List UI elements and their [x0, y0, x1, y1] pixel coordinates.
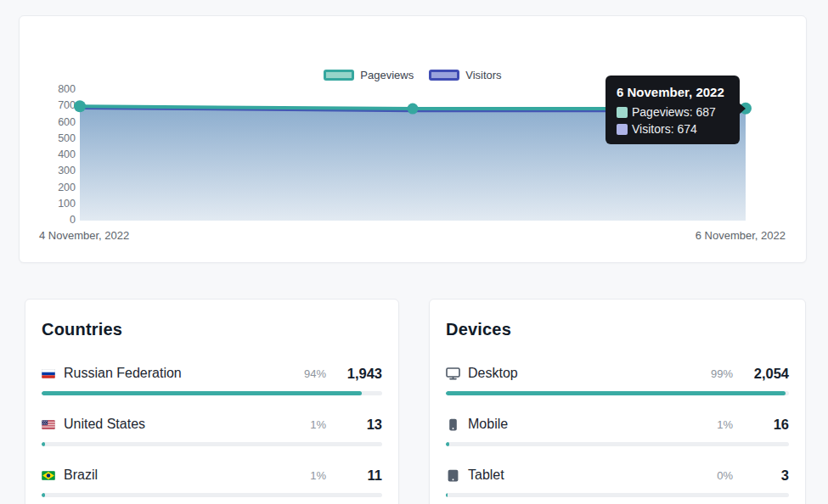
- device-percent: 99%: [711, 367, 733, 380]
- tooltip-date: 6 November, 2022: [617, 85, 729, 99]
- device-value: 16: [741, 417, 789, 433]
- y-axis-tick: 200: [20, 180, 76, 196]
- tooltip-caret: [739, 103, 746, 115]
- traffic-chart-card: Pageviews Visitors 800 700 600 500 400 3…: [19, 15, 807, 263]
- analytics-dashboard: Pageviews Visitors 800 700 600 500 400 3…: [0, 0, 828, 504]
- device-label: Mobile: [468, 417, 508, 432]
- device-percent: 1%: [717, 418, 733, 431]
- country-percent: 94%: [304, 367, 326, 380]
- y-axis-tick: 800: [20, 81, 76, 98]
- progress-bar: [42, 442, 382, 446]
- legend-label: Visitors: [465, 69, 501, 81]
- device-label: Desktop: [468, 366, 518, 381]
- progress-bar: [42, 493, 382, 497]
- y-axis: 800 700 600 500 400 300 200 100 0: [20, 81, 76, 228]
- country-row-brazil[interactable]: Brazil 1% 11: [42, 464, 382, 497]
- device-value: 3: [741, 468, 789, 484]
- tooltip-value: Pageviews: 687: [632, 105, 716, 119]
- tooltip-row-visitors: Visitors: 674: [617, 122, 729, 136]
- country-value: 1,943: [335, 366, 382, 382]
- visitors-swatch-icon: [429, 70, 459, 81]
- tablet-icon: [446, 469, 468, 482]
- country-value: 11: [335, 468, 382, 484]
- device-row-mobile[interactable]: Mobile 1% 16: [446, 413, 789, 446]
- y-axis-tick: 600: [20, 115, 76, 131]
- pageviews-swatch-icon: [324, 70, 354, 81]
- tooltip-value: Visitors: 674: [632, 122, 697, 136]
- country-percent: 1%: [310, 418, 326, 431]
- device-percent: 0%: [717, 469, 733, 482]
- y-axis-tick: 700: [20, 98, 76, 114]
- progress-bar: [42, 391, 382, 395]
- country-percent: 1%: [310, 469, 326, 482]
- desktop-icon: [446, 367, 468, 380]
- devices-title: Devices: [446, 320, 789, 339]
- visitors-swatch-icon: [617, 124, 628, 135]
- country-row-united-states[interactable]: United States 1% 13: [42, 413, 382, 446]
- ru-flag-icon: [42, 369, 64, 378]
- progress-bar: [446, 391, 789, 395]
- legend-item-pageviews[interactable]: Pageviews: [324, 69, 414, 81]
- device-row-tablet[interactable]: Tablet 0% 3: [446, 464, 789, 497]
- country-label: Brazil: [64, 468, 98, 483]
- legend-label: Pageviews: [360, 69, 414, 81]
- devices-card: Devices Desktop 99% 2,054: [429, 299, 806, 504]
- y-axis-tick: 500: [20, 131, 76, 147]
- legend-item-visitors[interactable]: Visitors: [429, 69, 501, 81]
- data-point[interactable]: [408, 104, 419, 115]
- country-row-russian-federation[interactable]: Russian Federation 94% 1,943: [42, 362, 382, 395]
- y-axis-tick: 400: [20, 147, 76, 163]
- x-axis-label-start: 4 November, 2022: [39, 229, 129, 242]
- device-label: Tablet: [468, 468, 504, 483]
- x-axis-label-end: 6 November, 2022: [696, 229, 786, 242]
- countries-card: Countries: [25, 299, 399, 504]
- progress-bar: [446, 442, 789, 446]
- progress-bar: [446, 493, 789, 497]
- device-value: 2,054: [741, 366, 789, 382]
- us-flag-icon: [42, 420, 64, 429]
- pageviews-swatch-icon: [617, 107, 628, 118]
- device-row-desktop[interactable]: Desktop 99% 2,054: [446, 362, 789, 395]
- y-axis-tick: 300: [20, 163, 76, 179]
- countries-title: Countries: [42, 320, 382, 339]
- y-axis-tick: 100: [20, 196, 76, 212]
- country-value: 13: [335, 417, 382, 433]
- country-label: United States: [64, 417, 145, 432]
- country-label: Russian Federation: [64, 366, 182, 381]
- data-point[interactable]: [74, 100, 86, 112]
- mobile-icon: [446, 418, 468, 431]
- chart-tooltip: 6 November, 2022 Pageviews: 687 Visitors…: [606, 76, 740, 144]
- tooltip-row-pageviews: Pageviews: 687: [617, 105, 729, 119]
- y-axis-tick: 0: [20, 212, 76, 228]
- br-flag-icon: [42, 471, 64, 480]
